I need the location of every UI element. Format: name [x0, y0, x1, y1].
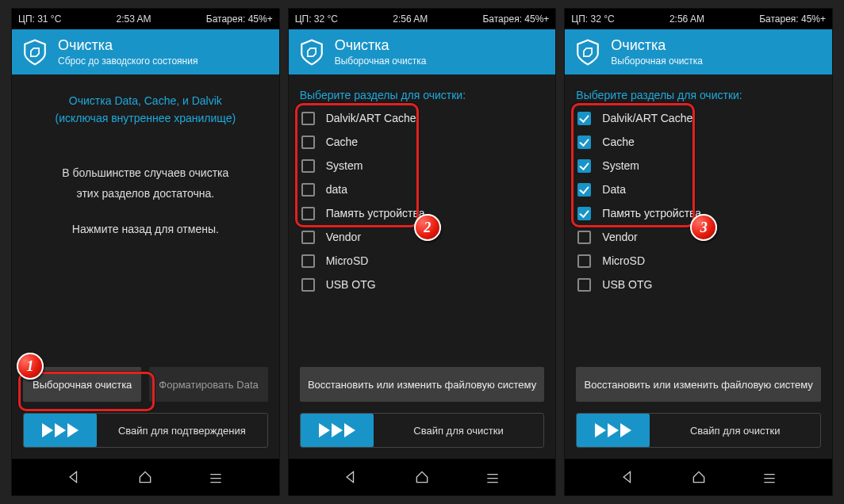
back-icon[interactable] — [620, 469, 636, 485]
cpu-temp: ЦП: 31 °C — [18, 13, 61, 25]
checkbox-icon[interactable] — [301, 112, 315, 125]
partition-checkbox-row[interactable]: MicroSD — [298, 249, 547, 273]
checkbox-icon[interactable] — [577, 183, 591, 197]
checkbox-icon[interactable] — [577, 207, 591, 220]
swipe-label: Свайп для подтверждения — [97, 425, 267, 437]
battery: Батарея: 45%+ — [206, 13, 273, 25]
status-bar: ЦП: 32 °C 2:56 AM Батарея: 45%+ — [565, 9, 832, 29]
clock: 2:56 AM — [393, 13, 428, 25]
checkbox-icon[interactable] — [577, 231, 591, 244]
partition-checkbox-row[interactable]: Vendor — [298, 225, 547, 249]
checkbox-icon[interactable] — [577, 278, 591, 292]
partition-checkbox-row[interactable]: System — [574, 154, 823, 178]
twrp-logo-icon — [574, 39, 601, 66]
partition-checkbox-row[interactable]: Data — [574, 178, 823, 201]
partition-checkbox-row[interactable]: Cache — [298, 130, 547, 154]
checkbox-icon[interactable] — [577, 159, 591, 173]
partition-checkbox-row[interactable]: Память устройства — [298, 201, 547, 225]
status-bar: ЦП: 32 °C 2:56 AM Батарея: 45%+ — [289, 9, 556, 29]
page-subtitle: Сброс до заводского состояния — [58, 55, 198, 67]
checkbox-icon[interactable] — [301, 278, 315, 292]
page-subtitle: Выборочная очистка — [335, 55, 427, 67]
partition-label: Cache — [326, 136, 358, 148]
swipe-slider[interactable]: Свайп для очистки — [576, 413, 821, 448]
partition-checkbox-row[interactable]: USB OTG — [298, 273, 547, 296]
cpu-temp: ЦП: 32 °C — [295, 13, 338, 25]
home-icon[interactable] — [691, 469, 707, 485]
partition-label: USB OTG — [326, 278, 376, 291]
twrp-logo-icon — [298, 39, 325, 66]
home-icon[interactable] — [137, 469, 153, 485]
wipe-info-teal: Очистка Data, Cache, и Dalvik (исключая … — [12, 92, 279, 128]
home-icon[interactable] — [414, 469, 430, 485]
checkbox-icon[interactable] — [577, 254, 591, 268]
partition-label: Память устройства — [602, 207, 701, 220]
checkbox-icon[interactable] — [577, 112, 591, 125]
battery: Батарея: 45%+ — [482, 13, 549, 25]
repair-fs-button[interactable]: Восстановить или изменить файловую систе… — [300, 367, 545, 402]
page-subtitle: Выборочная очистка — [611, 55, 703, 67]
partition-checkbox-row[interactable]: Cache — [574, 130, 823, 154]
swipe-slider[interactable]: Свайп для подтверждения — [23, 413, 268, 448]
twrp-header: Очистка Выборочная очистка — [565, 29, 832, 74]
swipe-handle-icon[interactable] — [577, 414, 650, 447]
partition-checkbox-row[interactable]: Память устройства — [574, 201, 823, 225]
format-data-button[interactable]: Форматировать Data — [149, 367, 267, 402]
checkbox-icon[interactable] — [301, 231, 315, 244]
partition-label: USB OTG — [602, 278, 652, 291]
nav-bar — [12, 459, 279, 495]
partition-label: Vendor — [602, 231, 637, 243]
swipe-handle-icon[interactable] — [24, 414, 97, 447]
checkbox-icon[interactable] — [301, 183, 315, 197]
page-title: Очистка — [335, 37, 427, 54]
menu-icon[interactable] — [762, 469, 777, 485]
page-title: Очистка — [611, 37, 703, 54]
clock: 2:53 AM — [117, 13, 152, 25]
partition-label: Dalvik/ART Cache — [326, 112, 416, 124]
checkbox-icon[interactable] — [301, 254, 315, 268]
twrp-header: Очистка Выборочная очистка — [289, 29, 556, 74]
partitions-label: Выберите разделы для очистки: — [289, 74, 556, 106]
partition-label: Dalvik/ART Cache — [602, 112, 692, 124]
screen-2: ЦП: 32 °C 2:56 AM Батарея: 45%+ Очистка … — [288, 8, 557, 496]
screen-3: ЦП: 32 °C 2:56 AM Батарея: 45%+ Очистка … — [564, 8, 833, 496]
partition-label: MicroSD — [326, 254, 369, 267]
menu-icon[interactable] — [208, 469, 224, 485]
partitions-label: Выберите разделы для очистки: — [565, 74, 832, 106]
partition-label: System — [602, 159, 639, 172]
status-bar: ЦП: 31 °C 2:53 AM Батарея: 45%+ — [12, 9, 279, 29]
battery: Батарея: 45%+ — [759, 13, 826, 25]
checkbox-icon[interactable] — [577, 136, 591, 149]
partition-label: Data — [602, 183, 626, 196]
page-title: Очистка — [58, 37, 198, 54]
partition-checkbox-row[interactable]: Dalvik/ART Cache — [298, 106, 547, 130]
nav-bar — [565, 459, 832, 495]
swipe-handle-icon[interactable] — [301, 414, 374, 447]
wipe-info-white: В большинстве случаев очистка этих разде… — [12, 162, 279, 240]
partition-label: Vendor — [326, 231, 361, 243]
checkbox-icon[interactable] — [301, 207, 315, 220]
partition-checkbox-row[interactable]: USB OTG — [574, 273, 823, 296]
advanced-wipe-button[interactable]: Выборочная очистка — [23, 367, 141, 402]
twrp-header: Очистка Сброс до заводского состояния — [12, 29, 279, 74]
back-icon[interactable] — [67, 469, 82, 485]
swipe-slider[interactable]: Свайп для очистки — [300, 413, 545, 448]
partition-checkbox-row[interactable]: Dalvik/ART Cache — [574, 106, 823, 130]
partition-checkbox-row[interactable]: data — [298, 178, 547, 201]
screen-1: ЦП: 31 °C 2:53 AM Батарея: 45%+ Очистка … — [11, 8, 280, 496]
menu-icon[interactable] — [485, 469, 501, 485]
partition-checkbox-row[interactable]: System — [298, 154, 547, 178]
swipe-label: Свайп для очистки — [650, 425, 820, 437]
swipe-label: Свайп для очистки — [374, 425, 544, 437]
checkbox-icon[interactable] — [301, 136, 315, 149]
repair-fs-button[interactable]: Восстановить или изменить файловую систе… — [576, 367, 821, 402]
partition-list: Dalvik/ART CacheCacheSystemdataПамять ус… — [289, 106, 556, 296]
partition-checkbox-row[interactable]: Vendor — [574, 225, 823, 249]
back-icon[interactable] — [343, 469, 359, 485]
partition-label: Cache — [602, 136, 634, 148]
nav-bar — [289, 459, 556, 495]
partition-checkbox-row[interactable]: MicroSD — [574, 249, 823, 273]
cpu-temp: ЦП: 32 °C — [571, 13, 614, 25]
partition-list: Dalvik/ART CacheCacheSystemDataПамять ус… — [565, 106, 832, 296]
checkbox-icon[interactable] — [301, 159, 315, 173]
